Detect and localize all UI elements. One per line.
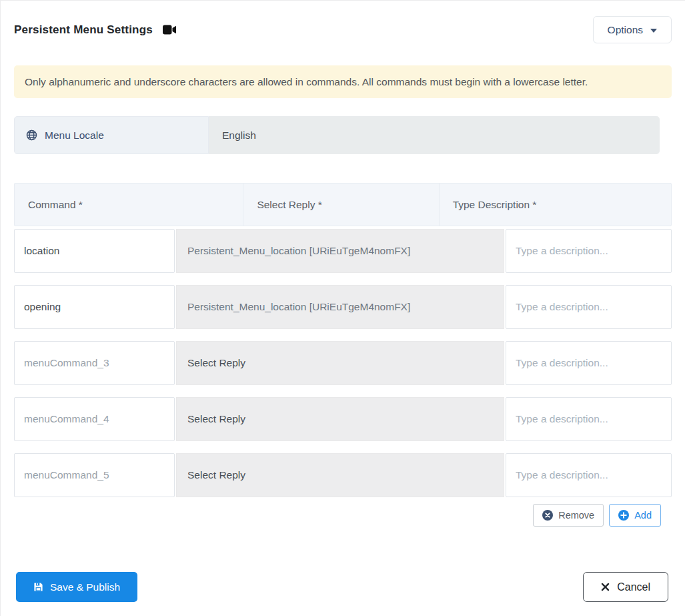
table-row: Select Reply (14, 397, 672, 441)
banner-text: Only alphanumeric and underscore charact… (25, 76, 588, 88)
remove-button-label: Remove (558, 510, 594, 521)
select-reply-dropdown[interactable]: Select Reply (176, 341, 504, 385)
globe-icon (26, 129, 37, 141)
menu-locale-select[interactable]: English (209, 116, 660, 154)
column-header-select-reply: Select Reply * (243, 184, 439, 226)
circle-x-icon (542, 510, 553, 521)
add-button-label: Add (634, 510, 652, 521)
options-button-label: Options (608, 24, 643, 36)
chevron-down-icon (650, 29, 657, 33)
persistent-menu-settings-card: Persistent Menu Settings Options Only al… (1, 1, 685, 602)
save-publish-button[interactable]: Save & Publish (16, 572, 137, 602)
command-input[interactable] (14, 453, 175, 497)
description-input[interactable] (506, 397, 672, 441)
command-input[interactable] (14, 397, 175, 441)
table-row: Persistent_Menu_location [URiEuTgeM4nomF… (14, 285, 672, 329)
video-camera-icon[interactable] (163, 25, 177, 35)
command-input[interactable] (14, 229, 175, 273)
table-row: Persistent_Menu_location [URiEuTgeM4nomF… (14, 229, 672, 273)
description-input[interactable] (506, 453, 672, 497)
column-header-command: Command * (15, 184, 243, 226)
select-reply-dropdown[interactable]: Persistent_Menu_location [URiEuTgeM4nomF… (176, 285, 504, 329)
page-title: Persistent Menu Settings (14, 23, 153, 37)
commands-table-header: Command * Select Reply * Type Descriptio… (14, 183, 672, 226)
command-input[interactable] (14, 285, 175, 329)
remove-row-button[interactable]: Remove (533, 504, 604, 527)
cancel-button-label: Cancel (617, 581, 650, 593)
menu-locale-row: Menu Locale English (14, 116, 660, 154)
description-input[interactable] (506, 229, 672, 273)
add-row-button[interactable]: Add (609, 504, 661, 527)
x-icon (601, 583, 610, 591)
cancel-button[interactable]: Cancel (583, 572, 668, 602)
select-reply-dropdown[interactable]: Select Reply (176, 397, 504, 441)
command-input[interactable] (14, 341, 175, 385)
select-reply-dropdown[interactable]: Select Reply (176, 453, 504, 497)
options-button[interactable]: Options (593, 16, 672, 43)
select-reply-dropdown[interactable]: Persistent_Menu_location [URiEuTgeM4nomF… (176, 229, 504, 273)
save-publish-label: Save & Publish (50, 581, 120, 593)
menu-locale-label: Menu Locale (14, 116, 209, 154)
circle-plus-icon (618, 510, 629, 521)
card-header: Persistent Menu Settings Options (14, 16, 672, 43)
command-rules-banner: Only alphanumeric and underscore charact… (14, 65, 672, 98)
menu-locale-value: English (222, 129, 256, 141)
description-input[interactable] (506, 285, 672, 329)
description-input[interactable] (506, 341, 672, 385)
menu-locale-label-text: Menu Locale (45, 129, 104, 141)
card-footer: Save & Publish Cancel (14, 572, 672, 602)
floppy-disk-icon (33, 582, 43, 592)
column-header-type-description: Type Description * (440, 184, 671, 226)
table-row: Select Reply (14, 341, 672, 385)
row-actions: Remove Add (14, 504, 661, 527)
table-row: Select Reply (14, 453, 672, 497)
